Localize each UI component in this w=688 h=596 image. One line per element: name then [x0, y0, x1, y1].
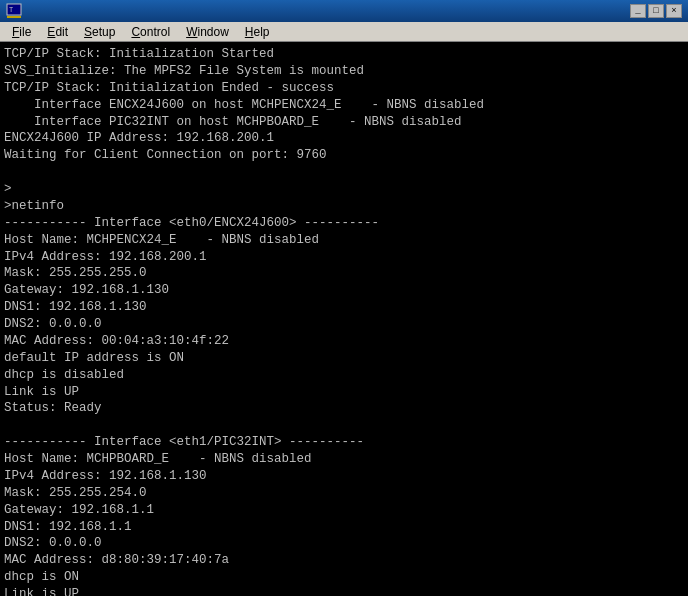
close-button[interactable]: ×: [666, 4, 682, 18]
titlebar: T _ □ ×: [0, 0, 688, 22]
menu-setup[interactable]: Setup: [76, 22, 123, 41]
terminal-output[interactable]: TCP/IP Stack: Initialization Started SVS…: [0, 42, 688, 596]
menu-help[interactable]: Help: [237, 22, 278, 41]
minimize-button[interactable]: _: [630, 4, 646, 18]
menu-file[interactable]: File: [4, 22, 39, 41]
menu-window[interactable]: Window: [178, 22, 237, 41]
menu-edit[interactable]: Edit: [39, 22, 76, 41]
app-icon: T: [6, 3, 22, 19]
menu-control[interactable]: Control: [123, 22, 178, 41]
svg-rect-3: [7, 16, 21, 18]
window-controls[interactable]: _ □ ×: [630, 4, 682, 18]
menubar: File Edit Setup Control Window Help: [0, 22, 688, 42]
maximize-button[interactable]: □: [648, 4, 664, 18]
svg-text:T: T: [9, 6, 13, 14]
